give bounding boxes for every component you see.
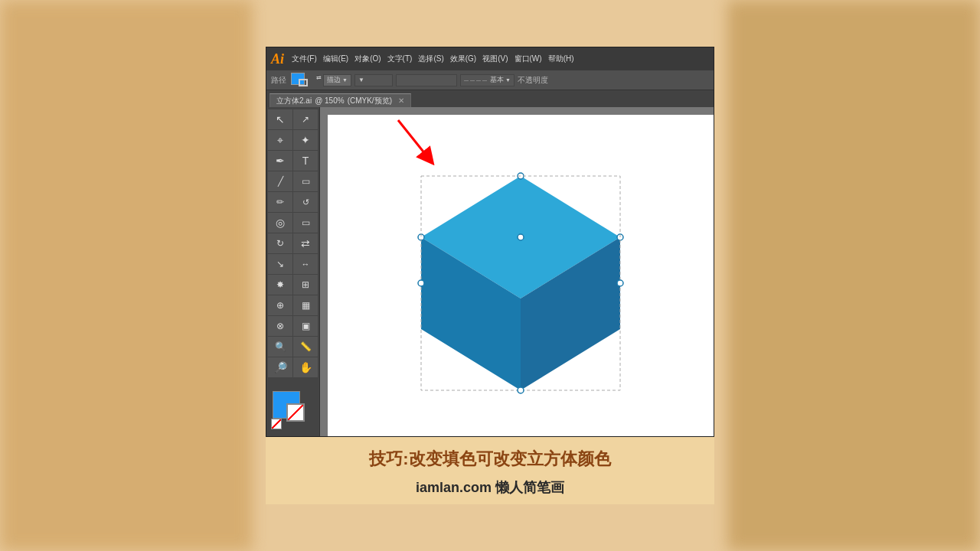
tool-row-3: ✒ T xyxy=(268,151,318,171)
rectangle-tool[interactable]: ▭ xyxy=(293,171,318,191)
tool-row-10: ⊕ ▦ xyxy=(268,295,318,315)
handle-center-top xyxy=(518,234,524,240)
editor-area: ↖ ↗ ⌖ ✦ ✒ T ╱ ▭ xyxy=(266,107,714,436)
right-blurred-panel xyxy=(727,0,980,551)
none-swatch[interactable] xyxy=(271,419,282,429)
stroke-width-field[interactable]: ▼ xyxy=(354,74,393,86)
tool-row-12: 🔍 📏 xyxy=(268,337,318,357)
fill-stroke-area[interactable]: ⇄ xyxy=(291,73,318,88)
tab-close-button[interactable]: ✕ xyxy=(398,96,404,105)
line-tool[interactable]: ╱ xyxy=(268,171,292,191)
left-blurred-panel xyxy=(0,0,253,551)
direct-select-tool[interactable]: ↗ xyxy=(293,109,318,129)
menu-effect[interactable]: 效果(G) xyxy=(447,52,479,66)
tool-row-6: ◎ ▭ xyxy=(268,213,318,233)
none-indicator xyxy=(288,405,303,420)
title-menu-bar: Ai 文件(F) 编辑(E) 对象(O) 文字(T) 选择(S) 效果(G) 视… xyxy=(266,47,714,70)
tool-row-7: ↻ ⇄ xyxy=(268,233,318,253)
toolbar: 路径 ⇄ 描边 ▼ ▼ ———— 基本 xyxy=(266,70,714,90)
blob-brush-tool[interactable]: ◎ xyxy=(268,213,292,233)
ai-logo: Ai xyxy=(271,51,284,67)
pencil-tool[interactable]: ✏ xyxy=(268,192,292,212)
scale-tool[interactable]: ↘ xyxy=(268,254,292,274)
caption-url: iamlan.com 懒人简笔画 xyxy=(278,478,702,497)
zoom-tool[interactable]: 🔎 xyxy=(268,357,292,377)
shear-tool[interactable]: ↔ xyxy=(293,254,318,274)
free-transform-tool[interactable]: ⊞ xyxy=(293,275,318,295)
swap-icon[interactable]: ⇄ xyxy=(316,74,322,81)
tab-mode: (CMYK/预览) xyxy=(348,96,392,106)
reflect-tool[interactable]: ⇄ xyxy=(293,233,318,253)
stroke-dropdown[interactable]: 描边 ▼ xyxy=(323,74,351,86)
tool-row-1: ↖ ↗ xyxy=(268,109,318,129)
caption-main: 技巧:改变填色可改变立方体颜色 xyxy=(278,448,702,471)
tool-row-9: ✸ ⊞ xyxy=(268,275,318,295)
type-tool[interactable]: T xyxy=(293,151,318,171)
toolbox: ↖ ↗ ⌖ ✦ ✒ T ╱ ▭ xyxy=(266,107,320,436)
stroke-color-box[interactable] xyxy=(299,79,308,86)
handle-left-mid xyxy=(418,280,424,286)
eraser-tool[interactable]: ▭ xyxy=(293,213,318,233)
canvas xyxy=(328,115,714,436)
magic-wand-tool[interactable]: ✦ xyxy=(293,130,318,150)
tool-row-5: ✏ ↺ xyxy=(268,192,318,212)
selection-tool[interactable]: ↖ xyxy=(268,109,292,129)
tool-row-11: ⊗ ▣ xyxy=(268,316,318,336)
main-content: Ai 文件(F) 编辑(E) 对象(O) 文字(T) 选择(S) 效果(G) 视… xyxy=(266,47,714,504)
document-tab[interactable]: 立方体2.ai @ 150% (CMYK/预览) ✕ xyxy=(270,93,411,107)
line-style-arrow: ▼ xyxy=(505,77,511,83)
tool-row-13: 🔎 ✋ xyxy=(268,357,318,377)
tool-row-4: ╱ ▭ xyxy=(268,171,318,191)
style-input[interactable] xyxy=(396,74,457,86)
symbol-spray-tool[interactable]: ⊕ xyxy=(268,295,292,315)
menu-file[interactable]: 文件(F) xyxy=(289,52,320,66)
tool-row-2: ⌖ ✦ xyxy=(268,130,318,150)
gradient-tool[interactable]: ▣ xyxy=(293,316,318,336)
app-window: Ai 文件(F) 编辑(E) 对象(O) 文字(T) 选择(S) 效果(G) 视… xyxy=(266,47,714,437)
smooth-tool[interactable]: ↺ xyxy=(293,192,318,212)
stroke-dropdown-arrow: ▼ xyxy=(342,77,348,83)
tool-row-8: ↘ ↔ xyxy=(268,254,318,274)
menu-view[interactable]: 视图(V) xyxy=(479,52,511,66)
tab-zoom: @ 150% xyxy=(315,96,345,105)
menu-type[interactable]: 文字(T) xyxy=(384,52,416,66)
canvas-background xyxy=(320,107,714,436)
menu-window[interactable]: 窗口(W) xyxy=(511,52,545,66)
opacity-label: 不透明度 xyxy=(518,75,548,86)
mesh-tool[interactable]: ⊗ xyxy=(268,316,292,336)
stroke-swatch[interactable] xyxy=(286,403,305,422)
handle-bottom xyxy=(518,387,524,393)
tab-name: 立方体2.ai xyxy=(276,96,312,106)
warp-tool[interactable]: ✸ xyxy=(268,275,292,295)
line-style-dropdown[interactable]: ———— 基本 ▼ xyxy=(460,74,514,86)
rotate-tool[interactable]: ↻ xyxy=(268,233,292,253)
pen-tool[interactable]: ✒ xyxy=(268,151,292,171)
menu-object[interactable]: 对象(O) xyxy=(351,52,384,66)
handle-right-mid xyxy=(617,280,623,286)
cube-svg xyxy=(328,115,714,436)
menu-edit[interactable]: 编辑(E) xyxy=(320,52,351,66)
menu-select[interactable]: 选择(S) xyxy=(415,52,446,66)
graph-tool[interactable]: ▦ xyxy=(293,295,318,315)
caption-area: 技巧:改变填色可改变立方体颜色 iamlan.com 懒人简笔画 xyxy=(266,437,714,504)
color-swatches-area xyxy=(268,388,318,434)
menu-bar: 文件(F) 编辑(E) 对象(O) 文字(T) 选择(S) 效果(G) 视图(V… xyxy=(289,52,577,66)
menu-help[interactable]: 帮助(H) xyxy=(545,52,577,66)
eyedropper-tool[interactable]: 🔍 xyxy=(268,337,292,357)
path-label: 路径 xyxy=(271,75,286,86)
tab-bar: 立方体2.ai @ 150% (CMYK/预览) ✕ xyxy=(266,90,714,107)
hand-tool[interactable]: ✋ xyxy=(293,357,318,377)
measure-tool[interactable]: 📏 xyxy=(293,337,318,357)
lasso-tool[interactable]: ⌖ xyxy=(268,130,292,150)
